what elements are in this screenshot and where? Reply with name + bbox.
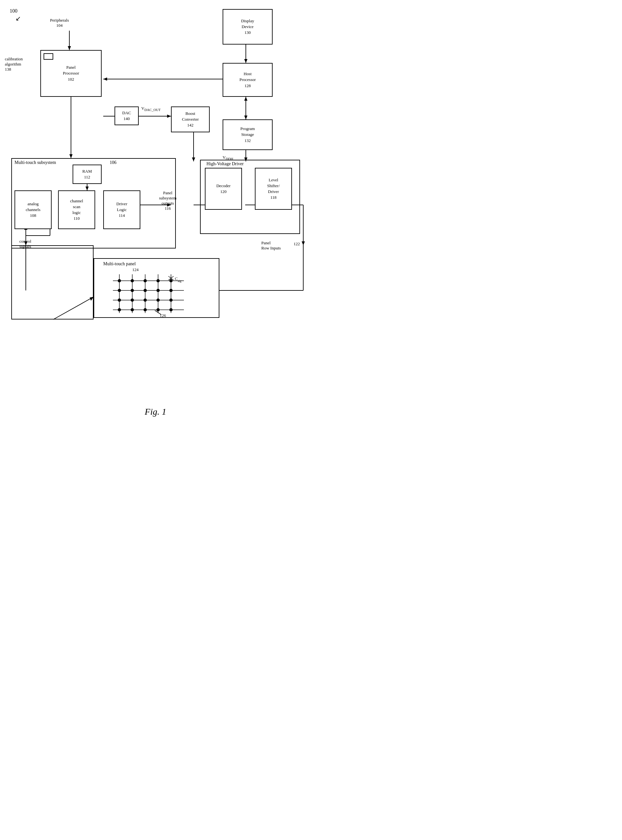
multi-touch-panel-outer-box — [93, 258, 220, 318]
peripherals-label: Peripherals 104 — [50, 18, 69, 28]
panel-processor-block: Panel Processor 102 — [40, 50, 102, 97]
display-device-block: Display Device 130 — [223, 9, 273, 44]
svg-marker-25 — [302, 241, 305, 245]
svg-marker-4 — [103, 78, 107, 81]
panel-subsystem-outputs-label: Panelsubsystemoutputs116 — [155, 191, 181, 211]
figure-caption: Fig. 1 — [0, 407, 311, 423]
svg-marker-10 — [69, 154, 73, 158]
level-shifter-block: Level Shifter/ Driver 118 — [255, 168, 292, 210]
program-storage-block: Program Storage 132 — [223, 119, 273, 150]
ram-block: RAM 112 — [73, 165, 102, 184]
multi-touch-subsystem-num: 106 — [110, 160, 116, 165]
multi-touch-panel-num: 124 — [132, 267, 139, 272]
channel-scan-logic-block: channel scan logic 110 — [58, 191, 95, 229]
svg-marker-12 — [167, 114, 171, 118]
svg-marker-42 — [68, 46, 71, 50]
boost-converter-block: Boost Converter 142 — [171, 107, 210, 132]
ref-100: 100 — [10, 8, 17, 14]
analog-channels-block: analog channels 108 — [15, 191, 52, 229]
svg-marker-2 — [244, 59, 247, 63]
multi-touch-panel-label: Multi-touch panel — [103, 261, 136, 267]
large-outer-box — [11, 245, 93, 320]
ref-100-arrow: ↙ — [15, 15, 21, 22]
decoder-block: Decoder 120 — [205, 168, 242, 210]
panel-row-num: 122 — [294, 241, 300, 247]
multi-touch-subsystem-label: Multi-touch subsystem — [15, 160, 56, 165]
panel-row-inputs-label: PanelRow Inputs — [261, 241, 281, 251]
svg-marker-8 — [244, 116, 247, 119]
host-processor-block: Host Processor 128 — [223, 63, 273, 97]
dac-block: DAC 140 — [114, 107, 139, 125]
diagram: 100 ↙ Peripherals 104 Panel Processor 10… — [0, 0, 311, 400]
svg-marker-16 — [192, 157, 195, 162]
high-voltage-driver-label: High-Voltage Driver — [206, 162, 244, 166]
vdac-label: VDAC_OUT — [141, 106, 161, 112]
calibration-algorithm-label: calibrationalgorithm138 — [5, 56, 23, 72]
driver-logic-block: Driver Logic 114 — [103, 191, 140, 229]
svg-marker-7 — [244, 97, 247, 101]
